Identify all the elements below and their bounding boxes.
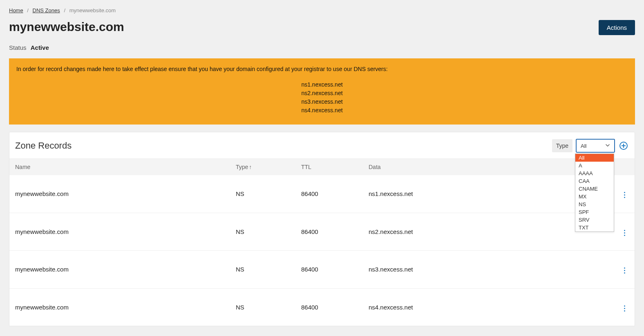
cell-ttl: 86400 [301, 228, 369, 235]
cell-type: NS [236, 304, 301, 311]
table-row: mynewwebsite.com NS 86400 ns4.nexcess.ne… [9, 289, 635, 326]
status-label: Status [9, 44, 27, 51]
row-actions-button[interactable] [620, 190, 629, 200]
breadcrumb-current: mynewwebsite.com [69, 7, 116, 13]
breadcrumb-separator: / [27, 7, 29, 13]
type-option-ns[interactable]: NS [575, 200, 614, 208]
type-option-srv[interactable]: SRV [575, 216, 614, 224]
cell-type: NS [236, 266, 301, 273]
col-header-data[interactable]: Data [369, 164, 608, 170]
cell-data: ns4.nexcess.net [369, 304, 608, 311]
type-option-all[interactable]: All [575, 154, 614, 162]
table-header: Name Type↑ TTL Data [9, 158, 635, 175]
type-filter-dropdown: All A AAAA CAA CNAME MX NS SPF SRV TXT [575, 154, 614, 232]
type-option-caa[interactable]: CAA [575, 177, 614, 185]
type-filter-selected: All [581, 143, 586, 149]
type-filter-select[interactable]: All [576, 139, 615, 153]
cell-name: mynewwebsite.com [15, 190, 236, 197]
chevron-down-icon [605, 143, 610, 149]
type-option-cname[interactable]: CNAME [575, 185, 614, 193]
breadcrumb-dns-zones[interactable]: DNS Zones [33, 7, 60, 13]
breadcrumb-separator: / [64, 7, 65, 13]
ns-server: ns1.nexcess.net [16, 80, 628, 89]
cell-name: mynewwebsite.com [15, 266, 236, 273]
cell-name: mynewwebsite.com [15, 228, 236, 235]
cell-type: NS [236, 228, 301, 235]
col-header-ttl[interactable]: TTL [301, 164, 369, 170]
dns-notice: In order for record changes made here to… [9, 58, 635, 125]
cell-type: NS [236, 190, 301, 197]
cell-ttl: 86400 [301, 266, 369, 273]
type-option-aaaa[interactable]: AAAA [575, 169, 614, 177]
type-option-txt[interactable]: TXT [575, 224, 614, 231]
cell-ttl: 86400 [301, 304, 369, 311]
row-actions-button[interactable] [620, 303, 629, 314]
page-title: mynewwebsite.com [9, 20, 124, 34]
ns-server: ns2.nexcess.net [16, 89, 628, 98]
cell-data: ns3.nexcess.net [369, 266, 608, 273]
zone-records-card: Zone Records Type All A [9, 132, 635, 326]
ns-server: ns4.nexcess.net [16, 106, 628, 115]
table-row: mynewwebsite.com NS 86400 ns2.nexcess.ne… [9, 213, 635, 251]
dns-notice-text: In order for record changes made here to… [16, 66, 628, 72]
row-actions-button[interactable] [620, 265, 629, 276]
zone-records-title: Zone Records [15, 140, 72, 151]
col-header-type[interactable]: Type↑ [236, 164, 301, 170]
actions-button[interactable]: Actions [599, 20, 635, 35]
ns-server-list: ns1.nexcess.net ns2.nexcess.net ns3.nexc… [16, 80, 628, 115]
col-header-type-label: Type [236, 164, 248, 170]
add-record-button[interactable] [618, 140, 629, 151]
table-row: mynewwebsite.com NS 86400 ns1.nexcess.ne… [9, 175, 635, 213]
type-filter-label: Type [552, 139, 572, 152]
type-option-spf[interactable]: SPF [575, 208, 614, 216]
type-option-a[interactable]: A [575, 162, 614, 169]
type-option-mx[interactable]: MX [575, 193, 614, 200]
cell-data: ns1.nexcess.net [369, 190, 608, 197]
table-row: mynewwebsite.com NS 86400 ns3.nexcess.ne… [9, 251, 635, 289]
breadcrumb: Home / DNS Zones / mynewwebsite.com [9, 7, 635, 13]
ns-server: ns3.nexcess.net [16, 98, 628, 106]
breadcrumb-home[interactable]: Home [9, 7, 23, 13]
cell-data: ns2.nexcess.net [369, 228, 608, 235]
sort-ascending-icon: ↑ [249, 164, 252, 170]
status-line: Status Active [9, 44, 635, 51]
cell-name: mynewwebsite.com [15, 304, 236, 311]
col-header-name[interactable]: Name [15, 164, 236, 170]
row-actions-button[interactable] [620, 227, 629, 238]
status-value: Active [31, 44, 49, 51]
cell-ttl: 86400 [301, 190, 369, 197]
